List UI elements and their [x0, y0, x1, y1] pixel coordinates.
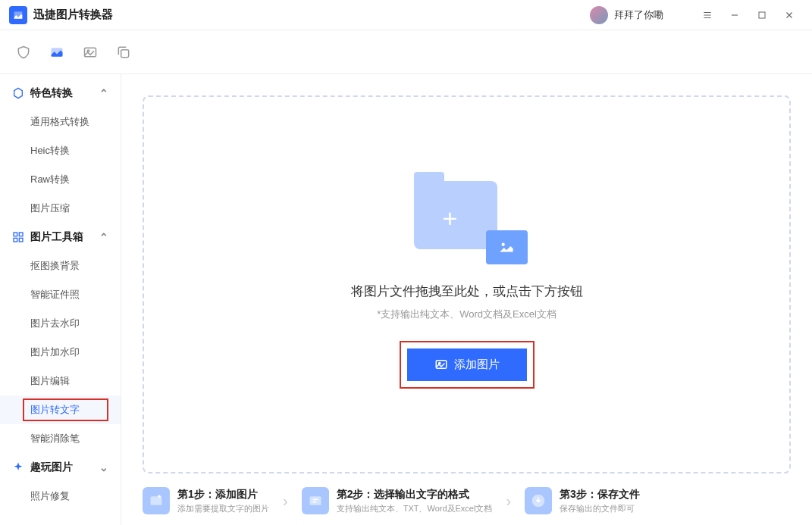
- chevron-right-icon: ›: [278, 492, 293, 510]
- add-image-button[interactable]: 添加图片: [407, 348, 527, 381]
- sidebar-item-general-convert[interactable]: 通用格式转换: [0, 108, 121, 136]
- step-title: 第1步：添加图片: [177, 488, 269, 502]
- step-subtitle: 支持输出纯文本、TXT、Word及Excel文档: [337, 503, 493, 514]
- step-title: 第2步：选择输出文字的格式: [337, 488, 493, 502]
- steps-bar: 第1步：添加图片 添加需要提取文字的图片 › 第2步：选择输出文字的格式 支持输…: [143, 473, 791, 514]
- svg-rect-12: [151, 496, 162, 505]
- menu-button[interactable]: [694, 0, 721, 30]
- step-title: 第3步：保存文件: [560, 488, 640, 502]
- sidebar-item-remove-watermark[interactable]: 图片去水印: [0, 309, 121, 338]
- sidebar: 特色转换 ⌃ 通用格式转换 Heic转换 Raw转换 图片压缩 图片工具箱 ⌃ …: [0, 74, 121, 525]
- shield-icon[interactable]: [15, 44, 32, 61]
- category-label: 特色转换: [30, 86, 73, 100]
- add-button-highlight: 添加图片: [400, 341, 535, 389]
- svg-rect-4: [121, 49, 129, 57]
- image-icon[interactable]: [49, 44, 65, 61]
- picture-icon[interactable]: [82, 44, 99, 61]
- sidebar-item-raw[interactable]: Raw转换: [0, 165, 121, 194]
- close-button[interactable]: [776, 0, 803, 30]
- chevron-up-icon: ⌃: [99, 87, 108, 99]
- chevron-down-icon: ⌄: [99, 461, 108, 473]
- sparkle-icon: [12, 461, 26, 473]
- svg-rect-6: [19, 233, 23, 236]
- format-icon: [302, 487, 329, 514]
- sidebar-item-repair[interactable]: 照片修复: [0, 482, 121, 511]
- mode-toolbar: [0, 30, 812, 74]
- category-toolkit[interactable]: 图片工具箱 ⌃: [0, 223, 121, 252]
- chevron-right-icon: ›: [501, 492, 516, 510]
- sidebar-item-ocr[interactable]: 图片转文字: [0, 395, 121, 424]
- step-subtitle: 保存输出的文件即可: [560, 503, 640, 514]
- step-1: 第1步：添加图片 添加需要提取文字的图片: [143, 487, 269, 514]
- app-logo: [9, 6, 27, 24]
- sidebar-item-heic[interactable]: Heic转换: [0, 136, 121, 165]
- step-2: 第2步：选择输出文字的格式 支持输出纯文本、TXT、Word及Excel文档: [302, 487, 493, 514]
- category-fun[interactable]: 趣玩图片 ⌄: [0, 453, 121, 482]
- sidebar-item-compress[interactable]: 图片压缩: [0, 194, 121, 223]
- chevron-up-icon: ⌃: [99, 231, 108, 243]
- hexagon-icon: [12, 87, 26, 99]
- svg-rect-5: [14, 233, 17, 236]
- content-area: + 将图片文件拖拽至此处，或点击下方按钮 *支持输出纯文本、Word文档及Exc…: [121, 74, 812, 525]
- download-icon: [525, 487, 552, 514]
- drop-title: 将图片文件拖拽至此处，或点击下方按钮: [351, 283, 583, 300]
- username: 拜拜了你嘞: [614, 8, 663, 22]
- sidebar-item-eraser[interactable]: 智能消除笔: [0, 424, 121, 453]
- category-label: 趣玩图片: [30, 461, 73, 474]
- drop-zone[interactable]: + 将图片文件拖拽至此处，或点击下方按钮 *支持输出纯文本、Word文档及Exc…: [143, 95, 791, 473]
- svg-rect-0: [759, 12, 765, 18]
- sidebar-item-add-watermark[interactable]: 图片加水印: [0, 338, 121, 367]
- svg-rect-7: [14, 238, 17, 242]
- sidebar-item-cutout[interactable]: 抠图换背景: [0, 252, 121, 280]
- svg-rect-8: [19, 238, 23, 242]
- minimize-button[interactable]: [721, 0, 748, 30]
- drop-subtitle: *支持输出纯文本、Word文档及Excel文档: [377, 308, 556, 321]
- svg-rect-13: [309, 496, 321, 505]
- grid-icon: [12, 231, 26, 243]
- app-title: 迅捷图片转换器: [33, 8, 113, 22]
- add-button-label: 添加图片: [454, 358, 500, 372]
- step-subtitle: 添加需要提取文字的图片: [177, 503, 269, 514]
- titlebar: 迅捷图片转换器 拜拜了你嘞: [0, 0, 812, 30]
- svg-point-9: [502, 243, 505, 246]
- folder-illustration: +: [406, 181, 528, 264]
- avatar[interactable]: [590, 6, 608, 24]
- sidebar-item-edit[interactable]: 图片编辑: [0, 367, 121, 395]
- copy-icon[interactable]: [115, 44, 132, 61]
- maximize-button[interactable]: [748, 0, 776, 30]
- category-feature[interactable]: 特色转换 ⌃: [0, 79, 121, 108]
- category-label: 图片工具箱: [30, 230, 83, 244]
- sidebar-item-idphoto[interactable]: 智能证件照: [0, 280, 121, 309]
- step-3: 第3步：保存文件 保存输出的文件即可: [525, 487, 640, 514]
- image-plus-icon: [143, 487, 170, 514]
